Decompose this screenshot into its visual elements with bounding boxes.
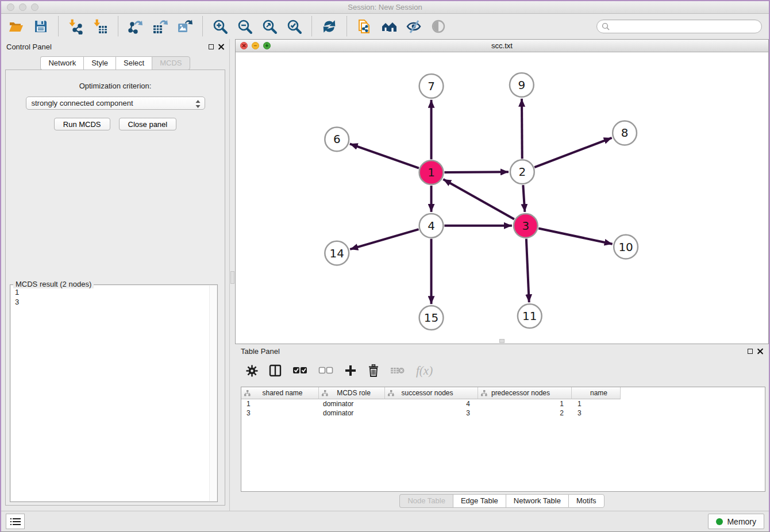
graph-node-4[interactable]: 4: [419, 214, 444, 238]
zoom-in-icon[interactable]: [212, 18, 228, 34]
search-box[interactable]: [596, 20, 762, 33]
cell-successor-nodes[interactable]: 4: [385, 400, 478, 408]
tab-mcds[interactable]: MCDS: [152, 56, 190, 70]
graph-edge-2-3[interactable]: [523, 185, 525, 212]
tab-network[interactable]: Network: [40, 56, 83, 70]
graph-edge-1-6[interactable]: [350, 144, 419, 168]
first-neighbors-icon[interactable]: [381, 18, 397, 34]
network-window-titlebar: ✕ − + scc.txt: [236, 40, 768, 52]
tab-motifs[interactable]: Motifs: [568, 494, 605, 508]
maximize-window-icon[interactable]: [31, 3, 38, 11]
splitter-grip[interactable]: [230, 271, 234, 284]
tab-node-table[interactable]: Node Table: [399, 494, 453, 508]
cell-mcds-role[interactable]: dominator: [319, 409, 385, 417]
list-icon: [10, 518, 21, 526]
network-minimize-icon[interactable]: −: [252, 42, 259, 49]
graph-node-15[interactable]: 15: [419, 306, 444, 330]
zoom-out-icon[interactable]: [237, 18, 253, 34]
column-header-successor-nodes[interactable]: successor nodes: [385, 387, 478, 399]
canvas-splitter-grip[interactable]: [499, 339, 505, 343]
main-area: Control Panel Network Style Select MCDS …: [1, 39, 769, 512]
graph-node-9[interactable]: 9: [510, 73, 534, 97]
table-settings-icon[interactable]: [246, 365, 258, 377]
graph-node-2[interactable]: 2: [510, 160, 534, 184]
minimize-window-icon[interactable]: [19, 3, 26, 11]
graph-edge-3-10[interactable]: [538, 229, 612, 244]
column-header-shared-name[interactable]: shared name: [241, 387, 319, 399]
run-mcds-button[interactable]: Run MCDS: [54, 118, 110, 130]
graph-edge-3-1[interactable]: [443, 179, 514, 219]
cell-shared-name[interactable]: 3: [241, 409, 319, 417]
graph-node-7[interactable]: 7: [419, 74, 444, 98]
graph-edge-1-2[interactable]: [444, 172, 509, 172]
network-canvas[interactable]: 1234678910111415: [236, 52, 768, 344]
cell-predecessor-nodes[interactable]: 1: [478, 400, 572, 408]
graph-node-10[interactable]: 10: [614, 235, 638, 259]
graph-node-3[interactable]: 3: [514, 214, 538, 238]
network-maximize-icon[interactable]: +: [263, 42, 271, 49]
export-network-icon[interactable]: [128, 18, 144, 34]
delete-column-icon[interactable]: [390, 365, 405, 376]
tab-network-table[interactable]: Network Table: [506, 494, 568, 508]
graph-node-8[interactable]: 8: [613, 121, 637, 145]
show-graphics-details-icon[interactable]: [430, 18, 446, 34]
open-session-icon[interactable]: [8, 18, 24, 34]
graph-edge-4-14[interactable]: [350, 229, 418, 249]
search-input[interactable]: [613, 22, 757, 30]
graph-edge-2-8[interactable]: [534, 138, 611, 167]
graph-node-6[interactable]: 6: [325, 128, 349, 152]
graph-node-1[interactable]: 1: [419, 160, 444, 184]
column-header-name[interactable]: name: [572, 387, 621, 399]
graph-edge-3-11[interactable]: [526, 239, 529, 303]
cell-mcds-role[interactable]: dominator: [319, 400, 385, 408]
close-window-icon[interactable]: [7, 3, 14, 11]
cell-predecessor-nodes[interactable]: 2: [478, 409, 572, 417]
cell-successor-nodes[interactable]: 3: [385, 409, 478, 417]
tab-style[interactable]: Style: [83, 56, 116, 70]
refresh-view-icon[interactable]: [321, 18, 337, 34]
duplicate-network-icon[interactable]: [356, 18, 372, 34]
import-network-icon[interactable]: [68, 18, 84, 34]
add-column-icon[interactable]: [344, 364, 357, 377]
close-panel-button[interactable]: Close panel: [119, 118, 177, 130]
node-table[interactable]: shared name MCDS role successor nodes: [241, 387, 765, 492]
zoom-selected-icon[interactable]: [286, 18, 302, 34]
graph-node-11[interactable]: 11: [518, 304, 542, 328]
panel-splitter[interactable]: [229, 39, 235, 512]
export-table-icon[interactable]: [152, 18, 168, 34]
deselect-all-icon[interactable]: [318, 367, 333, 375]
cell-shared-name[interactable]: 1: [241, 400, 319, 408]
network-close-icon[interactable]: ✕: [240, 42, 248, 49]
tab-select[interactable]: Select: [116, 56, 152, 70]
split-table-icon[interactable]: [269, 364, 282, 377]
mcds-result-list[interactable]: 1 3: [11, 286, 217, 501]
result-scrollbar[interactable]: [209, 286, 217, 501]
float-table-panel-icon[interactable]: [748, 349, 753, 354]
table-row[interactable]: 3 dominator 3 2 3: [241, 408, 765, 418]
close-table-panel-icon[interactable]: [757, 348, 763, 354]
show-log-button[interactable]: [6, 514, 25, 529]
select-all-icon[interactable]: [292, 367, 307, 375]
network-graph[interactable]: 1234678910111415: [236, 52, 768, 344]
export-image-icon[interactable]: [177, 18, 193, 34]
close-panel-icon[interactable]: [218, 44, 224, 50]
zoom-fit-icon[interactable]: [261, 18, 278, 34]
table-row[interactable]: 1 dominator 4 1 1: [241, 399, 765, 408]
column-header-mcds-role[interactable]: MCDS role: [319, 387, 385, 399]
window-title: Session: New Session: [348, 3, 422, 11]
hide-graphics-details-icon[interactable]: [406, 18, 422, 34]
cell-name[interactable]: 3: [572, 409, 621, 417]
graph-edge-2-9[interactable]: [522, 99, 522, 159]
save-session-icon[interactable]: [33, 18, 49, 34]
delete-selected-icon[interactable]: [368, 364, 379, 377]
column-type-icon: [388, 390, 394, 396]
cell-name[interactable]: 1: [572, 400, 621, 408]
column-header-predecessor-nodes[interactable]: predecessor nodes: [478, 387, 572, 399]
apply-function-icon[interactable]: f(x): [416, 364, 433, 378]
float-panel-icon[interactable]: [209, 44, 214, 49]
graph-node-14[interactable]: 14: [325, 241, 349, 265]
import-table-icon[interactable]: [93, 18, 109, 34]
criterion-select[interactable]: strongly connected component: [26, 97, 205, 110]
memory-button[interactable]: Memory: [708, 514, 764, 529]
tab-edge-table[interactable]: Edge Table: [453, 494, 506, 508]
